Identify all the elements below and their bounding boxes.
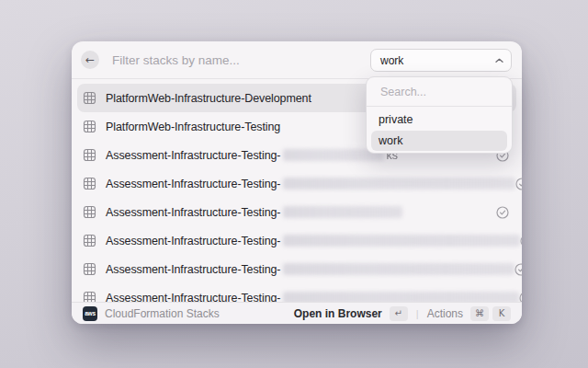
stack-grid-icon: [83, 177, 96, 190]
stack-name: Assessment-Infrastructure-Testing-: [106, 263, 280, 276]
chevron-up-icon: [495, 58, 503, 63]
cmd-key-icon: ⌘: [470, 306, 489, 321]
stack-grid-icon: [83, 120, 96, 133]
list-item[interactable]: Assessment-Infrastructure-Testing-: [77, 198, 516, 226]
stack-grid-icon: [83, 291, 96, 302]
stack-name: Assessment-Infrastructure-Testing-: [106, 149, 280, 162]
stack-grid-icon: [83, 262, 96, 276]
list-item[interactable]: Assessment-Infrastructure-Testing-: [77, 169, 516, 198]
list-item[interactable]: Assessment-Infrastructure-Testing-: [77, 255, 516, 283]
stack-grid-icon: [83, 205, 96, 219]
profile-dropdown-panel: private work: [366, 76, 513, 154]
check-circle-icon: [515, 178, 522, 190]
back-button[interactable]: ←: [81, 51, 99, 69]
check-circle-icon: [496, 206, 509, 219]
check-circle-icon: [520, 235, 522, 247]
check-circle-icon: [519, 292, 522, 303]
stack-name: Assessment-Infrastructure-Testing-: [106, 178, 280, 190]
profile-select[interactable]: work: [370, 49, 512, 72]
stack-name: PlatformWeb-Infrastructure-Testing: [106, 121, 280, 133]
filter-input[interactable]: [110, 52, 344, 68]
redacted-text: [283, 178, 515, 190]
dropdown-option-private[interactable]: private: [371, 109, 507, 130]
dropdown-search: [367, 77, 512, 107]
actions-button[interactable]: Actions: [427, 307, 463, 320]
redacted-text: [283, 263, 514, 275]
footer: aws CloudFormation Stacks Open in Browse…: [72, 302, 522, 324]
stack-grid-icon: [83, 234, 96, 247]
dropdown-option-work[interactable]: work: [371, 131, 507, 151]
stack-grid-icon: [83, 91, 96, 105]
redacted-text: [283, 235, 520, 247]
aws-icon: aws: [83, 306, 97, 321]
stack-grid-icon: [83, 148, 96, 162]
redacted-text: [283, 206, 402, 218]
dropdown-search-input[interactable]: [379, 85, 500, 99]
check-circle-icon: [514, 263, 522, 276]
k-key-icon: K: [492, 306, 511, 321]
arrow-left-icon: ←: [85, 53, 95, 66]
enter-key-icon: ↵: [390, 306, 408, 321]
launcher-window: ← work PlatformWeb-Infrastructure-Develo…: [72, 41, 522, 324]
footer-divider: |: [416, 308, 419, 319]
desktop-background: ← work PlatformWeb-Infrastructure-Develo…: [0, 0, 588, 368]
list-item[interactable]: Assessment-Infrastructure-Testing-: [77, 283, 516, 302]
stack-name: PlatformWeb-Infrastructure-Development: [106, 92, 311, 105]
redacted-text: [283, 292, 519, 302]
open-in-browser-button[interactable]: Open in Browser: [294, 307, 382, 320]
list-item[interactable]: Assessment-Infrastructure-Testing-: [77, 226, 516, 255]
stack-name: Assessment-Infrastructure-Testing-: [106, 292, 280, 303]
stack-name: Assessment-Infrastructure-Testing-: [106, 235, 280, 247]
extension-title: CloudFormation Stacks: [105, 307, 220, 320]
dropdown-options: private work: [367, 107, 512, 154]
profile-select-value: work: [380, 54, 495, 67]
stack-name: Assessment-Infrastructure-Testing-: [106, 206, 280, 219]
header: ← work: [72, 41, 522, 79]
